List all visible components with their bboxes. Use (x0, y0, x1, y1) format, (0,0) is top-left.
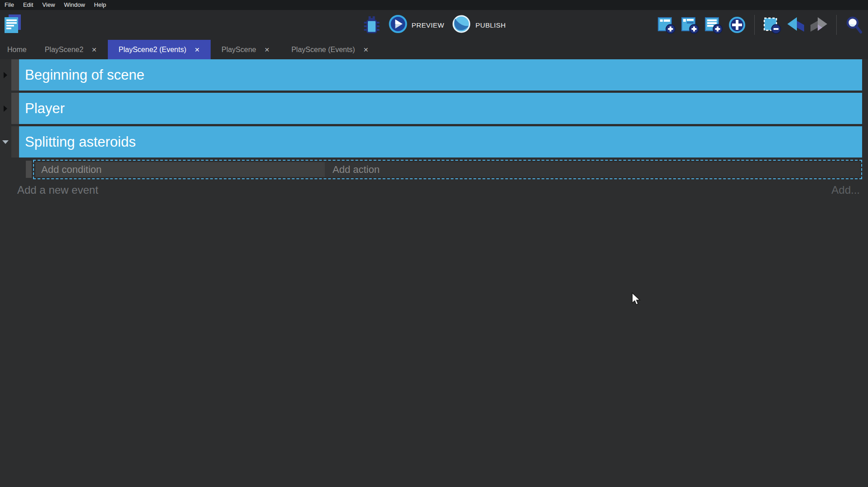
tab-label: PlayScene2 (45, 46, 83, 54)
menu-item-view[interactable]: View (38, 0, 59, 10)
redo-icon[interactable] (810, 15, 829, 34)
tab-playscene-events[interactable]: PlayScene (Events) ✕ (280, 40, 379, 59)
add-more-button[interactable]: Add... (831, 184, 860, 196)
toolbar-separator (754, 15, 755, 35)
undo-icon[interactable] (786, 15, 805, 34)
event-group-title: Splitting asteroids (25, 134, 136, 150)
event-group-bar[interactable]: Beginning of scene (19, 59, 862, 91)
menu-bar: File Edit View Window Help (0, 0, 868, 10)
event-drag-handle[interactable] (11, 126, 19, 158)
add-new-event-button[interactable]: Add a new event (17, 184, 98, 196)
debugger-icon[interactable] (362, 15, 381, 34)
events-sheet: Beginning of scene Player Splitting aste… (0, 59, 868, 468)
event-condition-action-row: Add condition Add action (26, 160, 862, 179)
collapse-toggle[interactable] (0, 126, 11, 158)
collapsed-arrow-icon (4, 72, 7, 78)
toolbar-separator (836, 15, 837, 35)
preview-play-icon (389, 14, 408, 35)
menu-item-window[interactable]: Window (59, 0, 89, 10)
event-group-bar[interactable]: Splitting asteroids (19, 126, 862, 158)
event-group-row: Beginning of scene (0, 59, 862, 91)
add-condition-placeholder: Add condition (41, 164, 101, 176)
publish-sphere-icon (451, 14, 471, 36)
add-comment-icon[interactable] (704, 15, 723, 34)
add-sub-event-icon[interactable] (680, 15, 699, 34)
add-event-icon[interactable] (657, 15, 676, 34)
add-condition-cell[interactable]: Add condition (35, 162, 325, 177)
tab-close-icon[interactable]: ✕ (363, 46, 369, 53)
event-group-title: Beginning of scene (25, 67, 145, 83)
toolbar: PREVIEW PUBLISH (0, 10, 868, 40)
event-group-row: Player (0, 93, 862, 124)
menu-item-help[interactable]: Help (90, 0, 111, 10)
publish-label: PUBLISH (475, 21, 506, 29)
tab-home[interactable]: Home (0, 40, 34, 59)
tab-playscene[interactable]: PlayScene ✕ (211, 40, 280, 59)
deselect-icon[interactable] (762, 15, 781, 34)
events-sheet-logo-icon (4, 14, 22, 36)
add-action-placeholder: Add action (333, 164, 380, 176)
tab-playscene2-events[interactable]: PlayScene2 (Events) ✕ (108, 40, 211, 59)
publish-button[interactable]: PUBLISH (451, 14, 506, 36)
tab-label: Home (7, 46, 27, 54)
event-drag-handle[interactable] (11, 59, 19, 91)
expanded-arrow-icon (2, 140, 9, 144)
preview-button[interactable]: PREVIEW (389, 14, 444, 35)
tab-label: PlayScene2 (Events) (119, 46, 186, 54)
event-group-bar[interactable]: Player (19, 93, 862, 124)
tab-label: PlayScene (222, 46, 256, 54)
tab-bar: Home PlayScene2 ✕ PlayScene2 (Events) ✕ … (0, 40, 868, 59)
tab-close-icon[interactable]: ✕ (92, 46, 97, 53)
add-action-cell[interactable]: Add action (325, 162, 860, 177)
selected-event-outline[interactable]: Add condition Add action (33, 160, 862, 179)
event-group-title: Player (25, 100, 65, 117)
preview-label: PREVIEW (412, 21, 444, 29)
tab-label: PlayScene (Events) (291, 46, 355, 54)
menu-item-file[interactable]: File (0, 0, 19, 10)
collapsed-arrow-icon (4, 105, 7, 112)
add-more-icon[interactable] (728, 15, 747, 34)
menu-item-edit[interactable]: Edit (19, 0, 38, 10)
tab-close-icon[interactable]: ✕ (264, 46, 270, 53)
event-drag-handle[interactable] (11, 93, 19, 124)
collapse-toggle[interactable] (0, 59, 11, 91)
events-footer: Add a new event Add... (0, 184, 862, 196)
tab-close-icon[interactable]: ✕ (194, 46, 200, 53)
event-group-row: Splitting asteroids (0, 126, 862, 158)
search-icon[interactable] (844, 15, 863, 34)
sub-event-drag-handle[interactable] (26, 161, 32, 178)
tab-playscene2[interactable]: PlayScene2 ✕ (34, 40, 108, 59)
collapse-toggle[interactable] (0, 93, 11, 124)
